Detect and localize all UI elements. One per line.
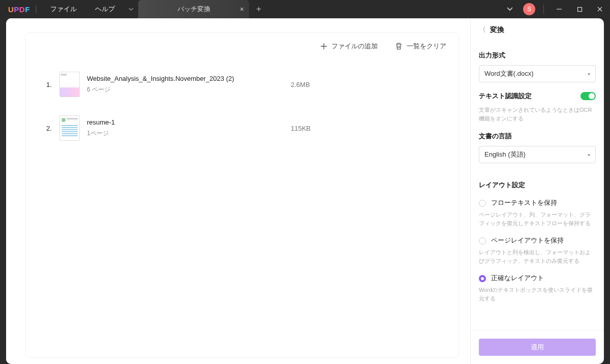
divider [543,5,544,14]
tabs-dropdown[interactable] [124,8,138,11]
file-thumbnail: PDF [59,72,80,97]
chevron-down-icon: ▾ [588,71,590,77]
file-name: Website_Analysis_&_Insights.November_202… [87,75,291,82]
new-tab-button[interactable]: + [249,4,268,14]
layout-option-page[interactable]: ページレイアウトを保持 [479,236,596,245]
file-row[interactable]: 1. PDF Website_Analysis_&_Insights.Novem… [46,63,438,106]
layout-option-desc: ページレイアウト、列、フォーマット、グラフィックを復元しテキストフローを保持する [479,210,596,227]
layout-option-exact[interactable]: 正確なレイアウト [479,274,596,283]
ocr-toggle[interactable] [581,92,596,100]
divider: | [35,5,37,14]
minimize-button[interactable] [549,0,569,18]
radio-icon [479,237,486,245]
radio-icon [479,275,486,282]
chevron-down-icon: ▾ [588,152,590,158]
language-value: English (英語) [484,150,526,159]
layout-option-label: ページレイアウトを保持 [491,236,564,245]
add-files-label: ファイルの追加 [331,42,378,51]
file-name: resume-1 [87,118,291,126]
tab-label: バッチ変換 [177,5,210,14]
trash-icon [395,42,403,50]
file-index: 2. [46,125,59,132]
output-format-select[interactable]: Word文書(.docx) ▾ [479,65,596,82]
file-size: 115KB [291,125,352,132]
output-format-label: 出力形式 [479,51,596,60]
tab-close-icon[interactable]: × [240,6,244,13]
plus-icon [320,43,327,50]
language-select[interactable]: English (英語) ▾ [479,146,596,163]
file-index: 1. [46,81,59,88]
file-size: 2.6MB [291,81,352,88]
menu-file[interactable]: ファイル [41,0,86,18]
add-files-button[interactable]: ファイルの追加 [320,42,378,51]
ocr-label: テキスト認識設定 [479,92,532,101]
clear-list-label: 一覧をクリア [407,42,446,51]
avatar[interactable]: S [523,3,535,15]
file-thumbnail [59,115,80,141]
close-button[interactable] [590,0,610,18]
svg-rect-0 [577,7,582,11]
clear-list-button[interactable]: 一覧をクリア [395,42,446,51]
file-pages: 6 ページ [87,85,291,94]
layout-option-label: 正確なレイアウト [491,274,544,283]
layout-option-desc: Wordのテキストボックスを使いスライドを復元する [479,286,596,302]
layout-option-desc: レイアウトと列を検出し、フォーマットおよびグラフィック、テキストのみ復元する [479,248,596,265]
language-label: 文書の言語 [479,132,596,141]
layout-label: レイアウト設定 [479,180,596,190]
header-dropdown-icon[interactable] [500,6,520,13]
app-logo: UPDF [0,5,30,14]
apply-button[interactable]: 適用 [479,339,596,356]
maximize-button[interactable] [569,0,590,18]
file-row[interactable]: 2. resume-1 1ページ 115KB [46,106,438,150]
layout-option-label: フローテキストを保持 [491,199,557,207]
layout-option-flow[interactable]: フローテキストを保持 [479,199,596,207]
file-pages: 1ページ [87,129,291,138]
menu-help[interactable]: ヘルプ [86,0,124,18]
back-icon[interactable]: 〈 [479,25,486,35]
radio-icon [479,200,486,207]
tab-batch-convert[interactable]: バッチ変換 × [138,0,249,18]
output-format-value: Word文書(.docx) [484,69,534,78]
panel-title: 変換 [490,25,504,35]
ocr-hint: 文章がスキャンされているようなときはOCR機能をオンにする [479,106,596,123]
